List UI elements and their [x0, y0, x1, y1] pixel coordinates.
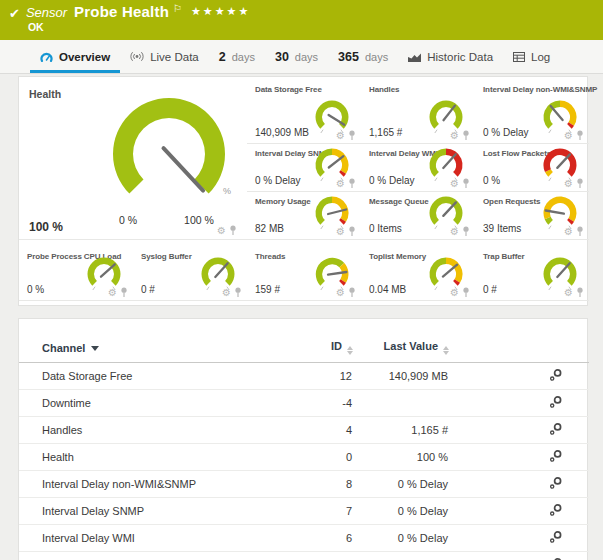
tab-number: 30: [275, 50, 289, 64]
cell-id: 8: [289, 471, 353, 498]
pin-icon[interactable]: [348, 226, 356, 237]
gear-icon[interactable]: ⚙: [336, 179, 345, 189]
gear-icon[interactable]: ⚙: [217, 226, 226, 236]
gauge-cell-interval-delay-non-wmi-snmp[interactable]: Interval Delay non-WMI&SNMP0 % Delay⚙: [475, 80, 589, 144]
pin-icon[interactable]: [576, 287, 584, 298]
gear-icon[interactable]: ⚙: [450, 131, 459, 141]
tab-number: 365: [338, 50, 359, 64]
tab-label: days: [365, 51, 388, 63]
column-label: Last Value: [384, 340, 438, 352]
channel-settings-button[interactable]: [549, 422, 563, 436]
tab-overview[interactable]: Overview: [30, 40, 120, 73]
table-row-lost-flow-packets[interactable]: Lost Flow Packets100 %: [19, 552, 589, 560]
channel-settings-icon: [549, 422, 563, 436]
pin-icon[interactable]: [462, 226, 470, 237]
channels-table: Channel ID Last Value Data Storage Free1…: [19, 340, 589, 560]
gauge-actions: ⚙: [564, 130, 584, 141]
cell-last-value: 0 % Delay: [353, 471, 449, 498]
gauge-cell-handles[interactable]: Handles1,165 #⚙: [361, 80, 475, 144]
gauge-cell-message-queue[interactable]: Message Queue0 Items⚙: [361, 192, 475, 240]
table-row-handles[interactable]: Handles41,165 #: [19, 417, 589, 444]
channels-panel: Channel ID Last Value Data Storage Free1…: [18, 318, 588, 560]
tab-historic-data[interactable]: Historic Data: [398, 40, 503, 73]
pin-icon[interactable]: [462, 178, 470, 189]
pin-icon[interactable]: [348, 178, 356, 189]
pin-icon[interactable]: [234, 287, 242, 298]
gauge-cell-syslog-buffer[interactable]: Syslog Buffer0 #⚙: [133, 247, 247, 301]
channel-settings-button[interactable]: [549, 395, 563, 409]
gauge-cell-data-storage-free[interactable]: Data Storage Free140,909 MB⚙: [247, 80, 361, 144]
pin-icon[interactable]: [462, 287, 470, 298]
cell-channel: Lost Flow Packets: [19, 552, 289, 560]
gauge-cell-trap-buffer[interactable]: Trap Buffer0 #⚙: [475, 247, 589, 301]
gear-icon[interactable]: ⚙: [222, 288, 231, 298]
gauge-cell-lost-flow-packets[interactable]: Lost Flow Packets0 %⚙: [475, 144, 589, 192]
column-header-channel[interactable]: Channel: [19, 340, 289, 363]
gauge-actions: ⚙: [450, 130, 470, 141]
status-check-icon: ✔: [9, 6, 20, 21]
column-header-id[interactable]: ID: [289, 340, 353, 363]
gear-icon[interactable]: ⚙: [450, 227, 459, 237]
pin-icon[interactable]: [348, 130, 356, 141]
gear-icon[interactable]: ⚙: [336, 227, 345, 237]
pin-icon: [348, 226, 356, 237]
gauge-cell-open-requests[interactable]: Open Requests39 Items⚙: [475, 192, 589, 240]
tab-log[interactable]: Log: [503, 40, 560, 73]
gauge-cell-memory-usage[interactable]: Memory Usage82 MB⚙: [247, 192, 361, 240]
channel-settings-icon: [549, 368, 563, 382]
pin-icon: [348, 130, 356, 141]
table-row-health[interactable]: Health0100 %: [19, 444, 589, 471]
gauge-title: Syslog Buffer: [141, 252, 192, 261]
channel-settings-button[interactable]: [549, 476, 563, 490]
priority-stars[interactable]: ★★★★★: [191, 5, 250, 18]
table-row-interval-delay-wmi[interactable]: Interval Delay WMI60 % Delay: [19, 525, 589, 552]
gauge-cell-threads[interactable]: Threads159 #⚙: [247, 247, 361, 301]
gauge-actions: ⚙: [450, 287, 470, 298]
gauge-value: 0 #: [483, 284, 497, 295]
table-row-downtime[interactable]: Downtime-4: [19, 390, 589, 417]
table-row-interval-delay-snmp[interactable]: Interval Delay SNMP70 % Delay: [19, 498, 589, 525]
column-label: Channel: [42, 342, 85, 354]
tab-30-days[interactable]: 30days: [265, 40, 328, 73]
flag-icon[interactable]: ⚐: [173, 3, 182, 14]
pin-icon[interactable]: [576, 130, 584, 141]
tab-label: days: [232, 51, 255, 63]
gauge-cell-probe-process-cpu-load[interactable]: Probe Process CPU Load0 %⚙: [19, 247, 133, 301]
gauge-cell-interval-delay-snmp[interactable]: Interval Delay SNMP0 % Delay⚙: [247, 144, 361, 192]
column-label: ID: [331, 340, 342, 352]
gauge-cell-health[interactable]: Health % 0 % 100 % 100 % ⚙: [19, 80, 247, 240]
table-row-interval-delay-non-wmi-snmp[interactable]: Interval Delay non-WMI&SNMP80 % Delay: [19, 471, 589, 498]
pin-icon[interactable]: [229, 225, 237, 236]
tab-365-days[interactable]: 365days: [328, 40, 398, 73]
channel-settings-button[interactable]: [549, 449, 563, 463]
pin-icon[interactable]: [120, 287, 128, 298]
tab-live-data[interactable]: Live Data: [120, 40, 209, 73]
gear-icon[interactable]: ⚙: [564, 227, 573, 237]
gear-icon[interactable]: ⚙: [336, 131, 345, 141]
gear-icon[interactable]: ⚙: [564, 288, 573, 298]
gauge-cell-toplist-memory[interactable]: Toplist Memory0.04 MB⚙: [361, 247, 475, 301]
pin-icon[interactable]: [576, 178, 584, 189]
tab-2-days[interactable]: 2days: [209, 40, 265, 73]
pin-icon[interactable]: [348, 287, 356, 298]
channel-settings-button[interactable]: [549, 530, 563, 544]
gear-icon[interactable]: ⚙: [564, 179, 573, 189]
pin-icon[interactable]: [576, 226, 584, 237]
gauge-title: Health: [29, 88, 61, 100]
gauge-actions: ⚙: [336, 287, 356, 298]
gear-icon[interactable]: ⚙: [564, 131, 573, 141]
table-row-data-storage-free[interactable]: Data Storage Free12140,909 MB: [19, 363, 589, 390]
tab-number: 2: [219, 50, 226, 64]
channel-settings-button[interactable]: [549, 368, 563, 382]
gear-icon[interactable]: ⚙: [108, 288, 117, 298]
gear-icon[interactable]: ⚙: [336, 288, 345, 298]
pin-icon[interactable]: [462, 130, 470, 141]
gauge-cell-interval-delay-wmi[interactable]: Interval Delay WMI0 % Delay⚙: [361, 144, 475, 192]
pin-icon: [576, 130, 584, 141]
column-header-last-value[interactable]: Last Value: [353, 340, 449, 363]
gear-icon[interactable]: ⚙: [450, 179, 459, 189]
pin-icon: [234, 287, 242, 298]
channel-settings-button[interactable]: [549, 503, 563, 517]
gear-icon[interactable]: ⚙: [450, 288, 459, 298]
cell-channel: Handles: [19, 417, 289, 444]
